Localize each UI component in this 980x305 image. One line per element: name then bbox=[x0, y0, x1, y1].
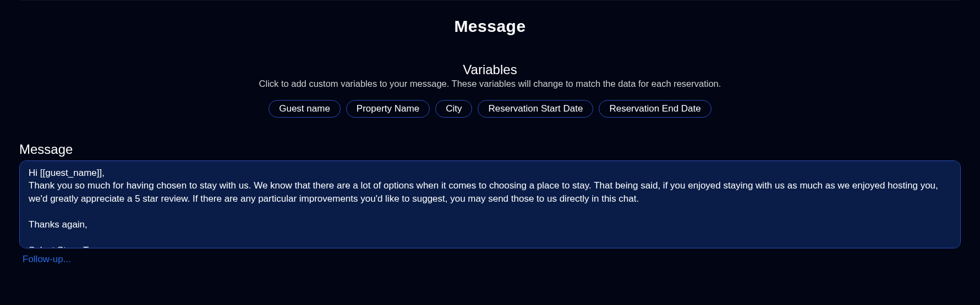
variable-chip-guest-name[interactable]: Guest name bbox=[269, 100, 341, 118]
variable-chip-row: Guest name Property Name City Reservatio… bbox=[19, 100, 961, 118]
followup-link[interactable]: Follow-up... bbox=[23, 254, 71, 265]
message-label: Message bbox=[19, 142, 961, 157]
variable-chip-city[interactable]: City bbox=[435, 100, 472, 118]
section-title: Message bbox=[19, 17, 961, 36]
variables-section: Variables Click to add custom variables … bbox=[19, 62, 961, 118]
variable-chip-reservation-end-date[interactable]: Reservation End Date bbox=[599, 100, 711, 118]
divider bbox=[19, 0, 961, 1]
variables-instructions: Click to add custom variables to your me… bbox=[19, 79, 961, 89]
variable-chip-property-name[interactable]: Property Name bbox=[346, 100, 430, 118]
variable-chip-reservation-start-date[interactable]: Reservation Start Date bbox=[478, 100, 593, 118]
message-textarea[interactable] bbox=[19, 160, 961, 248]
variables-heading: Variables bbox=[19, 62, 961, 77]
